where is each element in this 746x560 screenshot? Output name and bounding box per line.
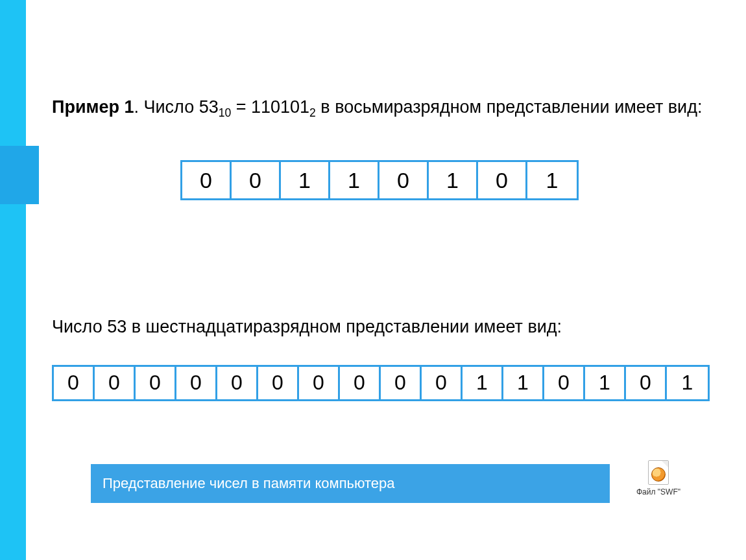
bit-cell: 0: [299, 367, 340, 399]
bit-cell: 0: [379, 162, 429, 198]
bits8-container: 0 0 1 1 0 1 0 1: [52, 160, 707, 200]
bits16-grid: 0 0 0 0 0 0 0 0 0 0 1 1 0 1 0 1: [52, 365, 710, 401]
slide: Пример 1. Число 5310 = 1101012 в восьмир…: [0, 0, 746, 560]
bits16-container: 0 0 0 0 0 0 0 0 0 0 1 1 0 1 0 1: [52, 365, 707, 401]
example-1-paragraph: Пример 1. Число 5310 = 1101012 в восьмир…: [52, 95, 707, 121]
bit-cell: 1: [330, 162, 379, 198]
bit-cell: 0: [258, 367, 299, 399]
left-strip-decoration: [0, 0, 26, 560]
bit-cell: 0: [422, 367, 463, 399]
swf-globe-icon: [651, 467, 666, 482]
file-label: Файл "SWF": [636, 487, 680, 496]
bit-cell: 0: [136, 367, 176, 399]
text-fragment: . Число 53: [134, 97, 219, 117]
left-block-decoration: [0, 146, 39, 204]
bit-cell: 1: [281, 162, 330, 198]
bit-cell: 1: [527, 162, 577, 198]
bit-cell: 0: [176, 367, 217, 399]
bit-cell: 0: [381, 367, 422, 399]
sentence-2-paragraph: Число 53 в шестнадцатиразрядном представ…: [52, 315, 707, 338]
bit-cell: 1: [429, 162, 478, 198]
bit-cell: 0: [182, 162, 232, 198]
bit-cell: 0: [232, 162, 281, 198]
bit-cell: 0: [54, 367, 95, 399]
bit-cell: 0: [217, 367, 258, 399]
example-label: Пример 1: [52, 97, 134, 117]
bit-cell: 0: [544, 367, 585, 399]
subscript-2: 2: [309, 106, 316, 119]
bits8-grid: 0 0 1 1 0 1 0 1: [180, 160, 579, 200]
subscript-10: 10: [219, 106, 232, 119]
bit-cell: 0: [626, 367, 667, 399]
bit-cell: 0: [340, 367, 381, 399]
bit-cell: 1: [667, 367, 708, 399]
bit-cell: 1: [585, 367, 626, 399]
bit-cell: 1: [463, 367, 503, 399]
bit-cell: 1: [503, 367, 544, 399]
footer-title: Представление чисел в памяти компьютера: [102, 475, 395, 492]
file-icon: [648, 460, 669, 485]
swf-file-link[interactable]: Файл "SWF": [623, 460, 694, 496]
bit-cell: 0: [95, 367, 136, 399]
text-fragment: = 110101: [231, 97, 309, 117]
bit-cell: 0: [478, 162, 527, 198]
footer-title-bar: Представление чисел в памяти компьютера: [91, 464, 610, 503]
content-area: Пример 1. Число 5310 = 1101012 в восьмир…: [52, 78, 707, 414]
text-fragment: в восьмиразрядном представлении имеет ви…: [316, 97, 703, 117]
